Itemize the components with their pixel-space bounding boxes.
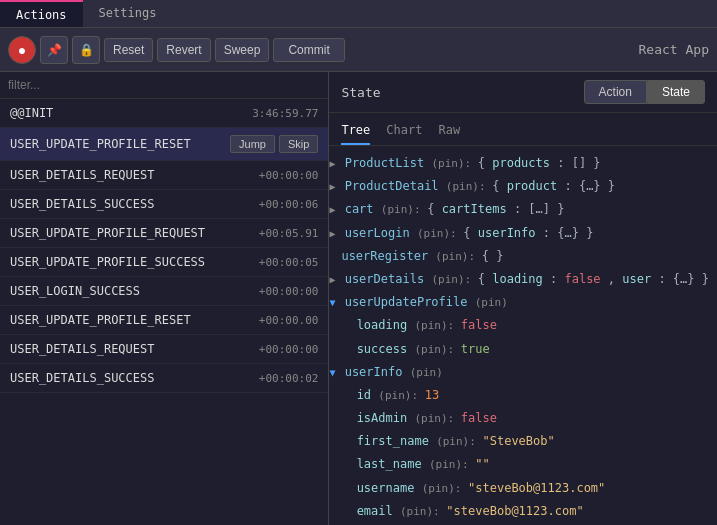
left-panel: @@INIT 3:46:59.77 USER_UPDATE_PROFILE_RE… (0, 72, 329, 525)
tree-content: ▶ ProductList (pin): { products : [] } ▶… (329, 146, 717, 525)
action-item[interactable]: USER_DETAILS_SUCCESS +00:00:02 (0, 364, 328, 393)
tree-line: username (pin): "steveBob@1123.com" (329, 477, 717, 500)
action-name: USER_DETAILS_SUCCESS (10, 371, 155, 385)
arrow-icon[interactable]: ▶ (329, 179, 335, 195)
filter-input[interactable] (8, 78, 320, 92)
right-header: State Action State (329, 72, 717, 113)
record-button[interactable]: ● (8, 36, 36, 64)
action-item[interactable]: @@INIT 3:46:59.77 (0, 99, 328, 128)
tree-line: loading (pin): false (329, 314, 717, 337)
action-time: +00:00:06 (259, 198, 319, 211)
action-time: +00:00:02 (259, 372, 319, 385)
tab-tree[interactable]: Tree (341, 119, 370, 145)
tree-line: ▶ ProductDetail (pin): { product : {…} } (329, 175, 717, 198)
action-time: +00:00:05 (259, 256, 319, 269)
action-item[interactable]: USER_UPDATE_PROFILE_RESET +00:00.00 (0, 306, 328, 335)
action-view-button[interactable]: Action (584, 80, 647, 104)
action-time: +00:00:00 (259, 343, 319, 356)
action-time: +00:00:00 (259, 285, 319, 298)
action-name: USER_DETAILS_SUCCESS (10, 197, 155, 211)
tree-line: ▼ userUpdateProfile (pin) (329, 291, 717, 314)
arrow-icon[interactable]: ▶ (329, 272, 335, 288)
action-item[interactable]: USER_UPDATE_PROFILE_RESET Jump Skip (0, 128, 328, 161)
tree-line: success (pin): true (329, 338, 717, 361)
right-panel: State Action State Tree Chart Raw ▶ Prod… (329, 72, 717, 525)
toolbar: ● 📌 🔒 Reset Revert Sweep Commit React Ap… (0, 28, 717, 72)
action-name: USER_UPDATE_PROFILE_RESET (10, 137, 191, 151)
jump-button[interactable]: Jump (230, 135, 275, 153)
tree-line: email (pin): "steveBob@1123.com" (329, 500, 717, 523)
tab-actions[interactable]: Actions (0, 0, 83, 27)
tree-line: ▶ userDetails (pin): { loading : false ,… (329, 268, 717, 291)
action-item[interactable]: USER_DETAILS_REQUEST +00:00:00 (0, 335, 328, 364)
action-item[interactable]: USER_UPDATE_PROFILE_SUCCESS +00:00:05 (0, 248, 328, 277)
tree-line: ▶ userLogin (pin): { userInfo : {…} } (329, 222, 717, 245)
tree-line: first_name (pin): "SteveBob" (329, 430, 717, 453)
arrow-icon[interactable]: ▶ (329, 202, 335, 218)
tab-raw[interactable]: Raw (438, 119, 460, 145)
action-time: +00:05.91 (259, 227, 319, 240)
action-name: USER_DETAILS_REQUEST (10, 168, 155, 182)
tree-line: ▶ cart (pin): { cartItems : […] } (329, 198, 717, 221)
commit-button[interactable]: Commit (273, 38, 344, 62)
action-name: USER_UPDATE_PROFILE_SUCCESS (10, 255, 205, 269)
pin-button[interactable]: 📌 (40, 36, 68, 64)
action-name: USER_LOGIN_SUCCESS (10, 284, 140, 298)
tree-line: userRegister (pin): { } (329, 245, 717, 268)
tree-line: ▶ ProductList (pin): { products : [] } (329, 152, 717, 175)
action-name: USER_UPDATE_PROFILE_REQUEST (10, 226, 205, 240)
top-tabs: Actions Settings (0, 0, 717, 28)
skip-button[interactable]: Skip (279, 135, 318, 153)
action-item[interactable]: USER_DETAILS_SUCCESS +00:00:06 (0, 190, 328, 219)
state-view-button[interactable]: State (647, 80, 705, 104)
action-time: +00:00.00 (259, 314, 319, 327)
state-title: State (341, 85, 380, 100)
lock-icon: 🔒 (79, 43, 94, 57)
action-buttons: Jump Skip (230, 135, 318, 153)
main-layout: @@INIT 3:46:59.77 USER_UPDATE_PROFILE_RE… (0, 72, 717, 525)
action-item[interactable]: USER_DETAILS_REQUEST +00:00:00 (0, 161, 328, 190)
tree-line: last_name (pin): "" (329, 453, 717, 476)
action-item[interactable]: USER_UPDATE_PROFILE_REQUEST +00:05.91 (0, 219, 328, 248)
lock-button[interactable]: 🔒 (72, 36, 100, 64)
action-name: @@INIT (10, 106, 53, 120)
action-list: @@INIT 3:46:59.77 USER_UPDATE_PROFILE_RE… (0, 99, 328, 525)
revert-button[interactable]: Revert (157, 38, 210, 62)
arrow-icon[interactable]: ▶ (329, 226, 335, 242)
action-time: +00:00:00 (259, 169, 319, 182)
reset-button[interactable]: Reset (104, 38, 153, 62)
filter-box (0, 72, 328, 99)
action-name: USER_UPDATE_PROFILE_RESET (10, 313, 191, 327)
action-time: 3:46:59.77 (252, 107, 318, 120)
record-icon: ● (18, 42, 26, 58)
action-name: USER_DETAILS_REQUEST (10, 342, 155, 356)
tree-line: isAdmin (pin): false (329, 407, 717, 430)
tree-tabs: Tree Chart Raw (329, 113, 717, 146)
tree-line: ▼ userInfo (pin) (329, 361, 717, 384)
sweep-button[interactable]: Sweep (215, 38, 270, 62)
pin-icon: 📌 (47, 43, 62, 57)
arrow-icon[interactable]: ▼ (329, 365, 335, 381)
app-title: React App (639, 42, 709, 57)
tree-line: id (pin): 13 (329, 384, 717, 407)
action-item[interactable]: USER_LOGIN_SUCCESS +00:00:00 (0, 277, 328, 306)
arrow-icon[interactable]: ▶ (329, 156, 335, 172)
tab-settings[interactable]: Settings (83, 0, 173, 27)
tab-chart[interactable]: Chart (386, 119, 422, 145)
arrow-icon[interactable]: ▼ (329, 295, 335, 311)
action-state-buttons: Action State (584, 80, 705, 104)
